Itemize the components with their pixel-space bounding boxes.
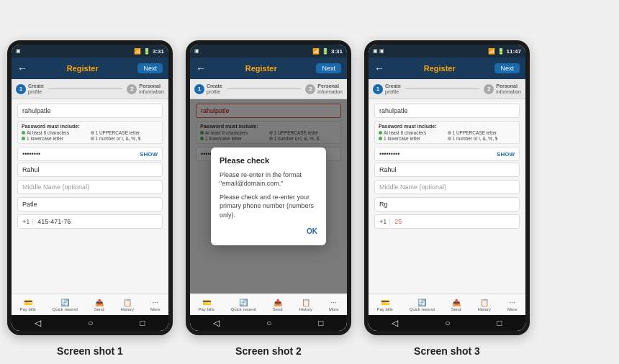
nav-quickresend-2[interactable]: 🔄 Quick resend bbox=[231, 299, 256, 311]
step-3-create: 1 Create profile bbox=[373, 83, 401, 94]
step-2-text: Personal information bbox=[139, 83, 164, 94]
quickresend-icon-3: 🔄 bbox=[417, 299, 426, 306]
form-area-3: rahulpatle Password must include: At lea… bbox=[369, 99, 525, 294]
nav-send-1[interactable]: 📤 Send bbox=[94, 299, 104, 311]
step-2-2-text: Personal information bbox=[317, 83, 343, 94]
next-button-2[interactable]: Next bbox=[316, 63, 341, 73]
phone-field-1[interactable]: +1 415-471-76 bbox=[17, 214, 163, 229]
phone-2: ▣ 📶 🔋 3:31 ← Register Next bbox=[186, 40, 351, 335]
send-label-1: Send bbox=[94, 307, 104, 311]
step-divider-2 bbox=[227, 88, 302, 89]
nav-history-2[interactable]: 📋 History bbox=[299, 299, 312, 311]
first-name-field-3[interactable]: Rahul bbox=[374, 163, 520, 177]
bottom-nav-2: 💳 Pay bills 🔄 Quick resend 📤 Send 📋 Hist… bbox=[190, 294, 347, 315]
screenshot-1-label: Screen shot 1 bbox=[57, 345, 123, 357]
battery-icon-2: 🔋 bbox=[322, 48, 329, 55]
recents-btn-2[interactable]: □ bbox=[318, 318, 323, 328]
more-label-1: More bbox=[150, 307, 161, 311]
more-label-3: More bbox=[507, 307, 518, 311]
nav-more-1[interactable]: ··· More bbox=[150, 299, 161, 311]
recents-btn-1[interactable]: □ bbox=[140, 318, 145, 328]
password-rules-1: Password must include: At least 8 charac… bbox=[17, 121, 163, 144]
home-btn-2[interactable]: ○ bbox=[266, 318, 271, 328]
username-field-3[interactable]: rahulpatle bbox=[374, 104, 520, 118]
nav-send-3[interactable]: 📤 Send bbox=[451, 299, 461, 311]
password-field-3[interactable]: ••••••••• SHOW bbox=[374, 147, 520, 161]
step-1-circle: 1 bbox=[16, 84, 26, 94]
step-2-1-circle: 1 bbox=[194, 84, 204, 94]
back-btn-2[interactable]: ◁ bbox=[213, 318, 220, 328]
rule-3-1: At least 8 characters bbox=[379, 130, 447, 135]
status-bar-3: ▣ ▣ 📶 🔋 11:47 bbox=[369, 45, 525, 58]
quickresend-label-2: Quick resend bbox=[231, 307, 256, 311]
wifi-icon-3: 📶 bbox=[488, 48, 495, 55]
nav-paybills-1[interactable]: 💳 Pay bills bbox=[19, 299, 35, 311]
screenshot-3-label: Screen shot 3 bbox=[414, 345, 480, 357]
history-label-1: History bbox=[120, 307, 134, 311]
nav-quickresend-3[interactable]: 🔄 Quick resend bbox=[410, 299, 435, 311]
first-name-field-1[interactable]: Rahul bbox=[17, 163, 163, 177]
show-password-btn-3[interactable]: SHOW bbox=[497, 151, 515, 158]
phone-field-3[interactable]: +1 25 bbox=[374, 214, 520, 229]
home-btn-3[interactable]: ○ bbox=[445, 318, 450, 328]
step-1-create: 1 Create profile bbox=[16, 83, 44, 94]
dialog-ok-btn-2[interactable]: OK bbox=[220, 224, 317, 237]
paybills-icon-3: 💳 bbox=[381, 299, 389, 306]
step-3-personal: 2 Personal information bbox=[484, 83, 521, 94]
nav-more-3[interactable]: ··· More bbox=[507, 299, 518, 311]
rule-3-4: 1 number or l, &, %, $ bbox=[448, 136, 516, 141]
battery-icon-3: 🔋 bbox=[497, 48, 505, 55]
header-title-3: Register bbox=[424, 64, 456, 73]
nav-paybills-2[interactable]: 💳 Pay bills bbox=[198, 299, 214, 311]
recents-btn-3[interactable]: □ bbox=[497, 318, 502, 328]
step-2-2-circle: 2 bbox=[305, 84, 315, 94]
back-arrow-3[interactable]: ← bbox=[374, 63, 384, 74]
status-time-3: 11:47 bbox=[507, 48, 521, 55]
header-title-1: Register bbox=[67, 64, 99, 73]
password-field-1[interactable]: •••••••• SHOW bbox=[17, 147, 163, 161]
more-icon-3: ··· bbox=[510, 299, 515, 306]
last-name-field-1[interactable]: Patle bbox=[17, 197, 163, 211]
step-2-circle: 2 bbox=[127, 84, 137, 94]
status-time-2: 3:31 bbox=[331, 48, 343, 55]
nav-paybills-3[interactable]: 💳 Pay bills bbox=[376, 299, 392, 311]
rule-dot-1-2 bbox=[91, 131, 94, 135]
rule-3-3: 1 lowercase letter bbox=[379, 136, 447, 141]
send-icon-1: 📤 bbox=[95, 299, 104, 306]
sim-icon-1: ▣ bbox=[16, 48, 21, 54]
back-btn-3[interactable]: ◁ bbox=[392, 318, 398, 328]
phone-3: ▣ ▣ 📶 🔋 11:47 ← Register Next bbox=[364, 40, 530, 335]
next-button-1[interactable]: Next bbox=[137, 63, 163, 73]
back-btn-1[interactable]: ◁ bbox=[35, 318, 41, 328]
nav-more-2[interactable]: ··· More bbox=[329, 299, 339, 311]
step-2-personal: 2 Personal information bbox=[305, 83, 343, 94]
dialog-ok-label-2[interactable]: OK bbox=[307, 227, 317, 235]
nav-history-3[interactable]: 📋 History bbox=[477, 299, 491, 311]
middle-name-field-3[interactable]: Middle Name (optional) bbox=[374, 180, 520, 194]
nav-send-2[interactable]: 📤 Send bbox=[273, 299, 283, 311]
show-password-btn-1[interactable]: SHOW bbox=[140, 151, 158, 158]
bottom-nav-1: 💳 Pay bills 🔄 Quick resend 📤 Send 📋 Hist… bbox=[12, 294, 168, 315]
back-arrow-1[interactable]: ← bbox=[17, 63, 27, 74]
home-btn-1[interactable]: ○ bbox=[88, 318, 93, 328]
nav-history-1[interactable]: 📋 History bbox=[120, 299, 134, 311]
nav-quickresend-1[interactable]: 🔄 Quick resend bbox=[53, 299, 78, 311]
android-nav-1: ◁ ○ □ bbox=[12, 315, 168, 331]
next-button-3[interactable]: Next bbox=[494, 63, 520, 73]
rules-grid-1: At least 8 characters 1 UPPERCASE letter… bbox=[22, 130, 158, 141]
rule-dot-3-1 bbox=[379, 131, 382, 135]
steps-bar-1: 1 Create profile 2 Personal information bbox=[12, 79, 168, 99]
last-name-field-3[interactable]: Rg bbox=[374, 197, 520, 211]
middle-name-field-1[interactable]: Middle Name (optional) bbox=[17, 180, 163, 194]
screenshot-1-wrapper: ▣ 📶 🔋 3:31 ← Register Next bbox=[7, 40, 173, 357]
username-field-1[interactable]: rahulpatle bbox=[17, 104, 163, 118]
more-label-2: More bbox=[329, 307, 339, 311]
phone-1: ▣ 📶 🔋 3:31 ← Register Next bbox=[7, 40, 173, 335]
paybills-icon-2: 💳 bbox=[202, 299, 211, 306]
rule-dot-3-4 bbox=[448, 137, 451, 140]
phone-number-1: 415-471-76 bbox=[37, 218, 71, 225]
paybills-label-2: Pay bills bbox=[198, 307, 214, 311]
quickresend-icon-2: 🔄 bbox=[239, 299, 248, 306]
phone-code-1: +1 bbox=[22, 218, 33, 225]
back-arrow-2[interactable]: ← bbox=[196, 63, 206, 74]
